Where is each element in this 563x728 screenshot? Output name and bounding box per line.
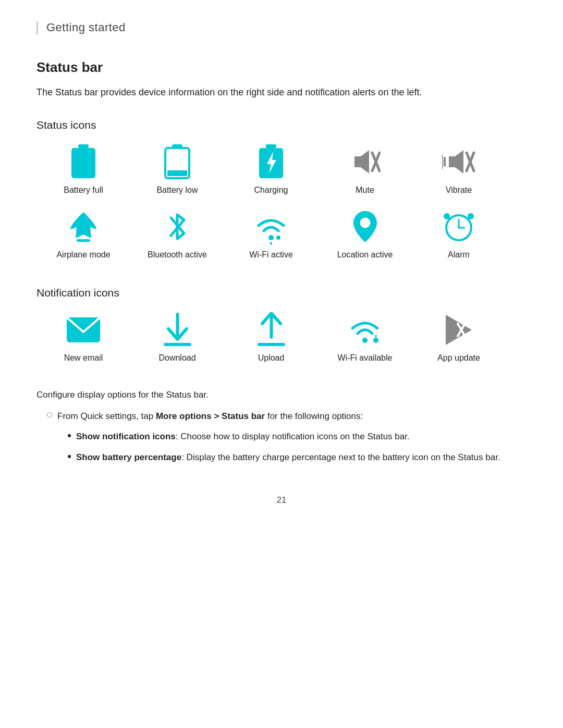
icon-item-new-email: New email <box>36 312 130 363</box>
icon-item-mute: Mute <box>318 144 412 195</box>
app-update-icon <box>440 312 477 348</box>
svg-point-20 <box>360 217 370 228</box>
icon-item-alarm: Alarm <box>412 208 506 260</box>
mute-icon <box>347 144 383 180</box>
wifi-active-icon <box>253 208 289 245</box>
icon-item-charging: Charging <box>224 144 318 195</box>
upload-label: Upload <box>258 353 285 363</box>
charging-label: Charging <box>254 186 288 195</box>
battery-low-label: Battery low <box>156 186 198 195</box>
notification-icons-grid: New email Download Upload <box>36 312 527 371</box>
svg-point-32 <box>362 338 368 343</box>
page-number: 21 <box>36 495 527 505</box>
icon-item-bluetooth-active: Bluetooth active <box>130 208 224 260</box>
circle-bullet <box>47 412 52 417</box>
new-email-label: New email <box>64 353 103 363</box>
alarm-label: Alarm <box>448 250 470 260</box>
svg-rect-4 <box>167 170 187 176</box>
download-label: Download <box>158 353 195 363</box>
wifi-active-label: Wi-Fi active <box>249 250 293 260</box>
svg-marker-11 <box>449 150 463 174</box>
charging-icon <box>253 144 289 180</box>
notification-icons-heading: Notification icons <box>36 287 527 299</box>
configure-text: Configure display options for the Status… <box>36 390 527 400</box>
icon-item-vibrate: Vibrate <box>412 144 506 195</box>
icon-item-app-update: App update <box>412 312 506 363</box>
icon-item-upload: Upload <box>224 312 318 363</box>
vibrate-icon <box>440 144 477 180</box>
upload-icon <box>253 312 289 348</box>
airplane-mode-label: Airplane mode <box>56 250 110 260</box>
icon-item-wifi-active: Wi-Fi active <box>224 208 318 260</box>
wifi-available-label: Wi-Fi available <box>338 353 393 363</box>
airplane-mode-icon <box>65 208 102 245</box>
app-update-label: App update <box>437 353 480 363</box>
dot-bullet-2 <box>68 455 71 458</box>
battery-full-label: Battery full <box>64 186 103 195</box>
battery-full-icon <box>65 144 102 180</box>
icon-item-location-active: Location active <box>318 208 412 260</box>
show-battery-percentage-text: Show battery percentage: Display the bat… <box>76 451 500 464</box>
show-battery-percentage-item: Show battery percentage: Display the bat… <box>68 451 527 464</box>
show-notification-icons-item: Show notification icons: Choose how to d… <box>68 430 527 443</box>
quick-settings-item: From Quick settings, tap More options > … <box>47 410 527 423</box>
alarm-icon <box>440 208 477 245</box>
svg-point-19 <box>276 236 280 240</box>
wifi-available-icon <box>347 312 383 348</box>
svg-point-26 <box>468 213 474 219</box>
section-description: The Status bar provides device informati… <box>36 85 527 100</box>
status-icons-grid: Battery full Battery low Charging <box>36 144 527 268</box>
location-active-label: Location active <box>337 250 393 260</box>
bluetooth-active-icon <box>159 208 195 245</box>
svg-marker-8 <box>354 150 369 174</box>
svg-rect-16 <box>77 239 90 242</box>
show-notification-icons-text: Show notification icons: Choose how to d… <box>76 430 410 443</box>
svg-point-17 <box>268 235 274 240</box>
mute-label: Mute <box>356 186 374 195</box>
download-icon <box>159 312 195 348</box>
vibrate-label: Vibrate <box>446 186 472 195</box>
status-icons-heading: Status icons <box>36 119 527 131</box>
bluetooth-active-label: Bluetooth active <box>148 250 207 260</box>
new-email-icon <box>65 312 102 348</box>
svg-rect-0 <box>78 144 89 148</box>
icon-item-airplane-mode: Airplane mode <box>36 208 130 260</box>
svg-rect-5 <box>266 144 276 148</box>
location-active-icon <box>347 208 383 245</box>
battery-low-icon <box>159 144 195 180</box>
icon-item-download: Download <box>130 312 224 363</box>
section-title: Status bar <box>36 59 527 76</box>
dot-bullet <box>68 434 71 437</box>
icon-item-wifi-available: Wi-Fi available <box>318 312 412 363</box>
svg-point-25 <box>444 213 450 219</box>
svg-rect-1 <box>71 148 95 178</box>
breadcrumb: Getting started <box>36 21 527 34</box>
icon-item-battery-full: Battery full <box>36 144 130 195</box>
svg-point-33 <box>373 338 378 343</box>
icon-item-battery-low: Battery low <box>130 144 224 195</box>
quick-settings-text: From Quick settings, tap More options > … <box>57 410 363 423</box>
